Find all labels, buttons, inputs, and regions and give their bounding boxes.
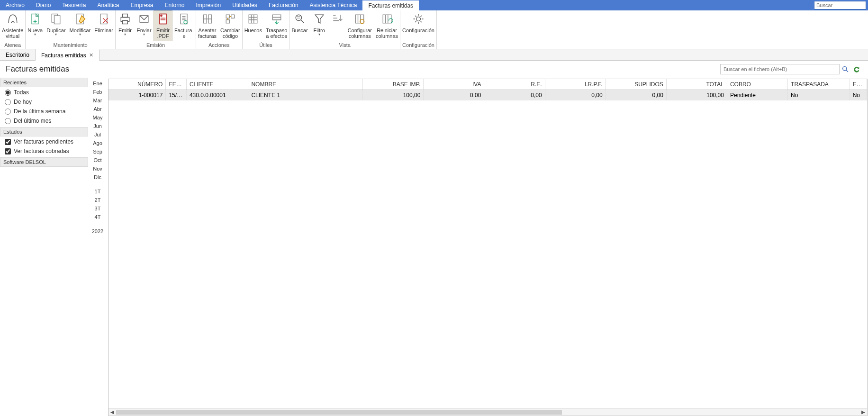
ribbon-confcol-button[interactable]: Configurar columnas	[346, 10, 374, 41]
estados-label-1: Ver facturas cobradas	[14, 148, 69, 154]
tab-label: Escritorio	[6, 52, 29, 58]
ribbon-asistente-button[interactable]: Asistente virtual	[0, 10, 25, 41]
ribbon-reincol-button[interactable]: Reiniciar columnas	[374, 10, 400, 41]
menu-diario[interactable]: Diario	[30, 0, 56, 10]
recientes-radio-2[interactable]	[5, 109, 11, 115]
month-filter-1t[interactable]: 1T	[95, 189, 101, 194]
month-filter-3t[interactable]: 3T	[95, 206, 101, 211]
month-filter-ene[interactable]: Ene	[93, 81, 102, 86]
ribbon-confcol-label: Configurar columnas	[348, 27, 372, 39]
menu-facturas-emitidas[interactable]: Facturas emitidas	[362, 0, 419, 10]
ribbon-group-configuración: Configuración	[400, 41, 436, 49]
file-search-input[interactable]	[720, 64, 840, 74]
month-filter-may[interactable]: May	[93, 115, 103, 120]
col-header-base[interactable]: BASE IMP.	[363, 79, 424, 90]
recientes-radio-1[interactable]	[5, 99, 11, 105]
grid-horizontal-scrollbar[interactable]: ◀ ▶	[108, 408, 867, 416]
scroll-left-arrow-icon[interactable]: ◀	[108, 409, 116, 415]
recientes-option-1[interactable]: De hoy	[5, 99, 88, 105]
ribbon-traspaso-button[interactable]: Traspaso a efectos	[264, 10, 289, 41]
ribbon-nueva-button[interactable]: Nueva▾	[26, 10, 45, 41]
estados-check-0[interactable]: Ver facturas pendientes	[5, 138, 88, 145]
ribbon-eliminar-button[interactable]: Eliminar	[92, 10, 115, 41]
col-header-nombre[interactable]: NOMBRE	[248, 79, 363, 90]
month-filter-jul[interactable]: Jul	[94, 132, 101, 137]
col-header-iva[interactable]: IVA	[424, 79, 484, 90]
scroll-thumb[interactable]	[116, 410, 562, 415]
menu-impresión[interactable]: Impresión	[190, 0, 226, 10]
ribbon-modificar-button[interactable]: Modificar▾	[68, 10, 93, 41]
month-filter-ago[interactable]: Ago	[93, 140, 102, 146]
page-title: Facturas emitidas	[6, 64, 720, 74]
month-filter-4t[interactable]: 4T	[95, 214, 101, 220]
month-filter-sep[interactable]: Sep	[93, 149, 102, 154]
month-filter-dic[interactable]: Dic	[94, 174, 101, 180]
ribbon-duplicar-button[interactable]: Duplicar▾	[45, 10, 67, 41]
duplicar-icon	[49, 12, 63, 27]
menu-facturación[interactable]: Facturación	[263, 0, 304, 10]
file-search-button[interactable]	[840, 63, 851, 75]
estados-check-1[interactable]: Ver facturas cobradas	[5, 148, 88, 154]
ribbon-facturae-button[interactable]: Factura- e	[172, 10, 196, 41]
ribbon-filtro-button[interactable]: Filtro▾	[310, 10, 329, 41]
month-filter-oct[interactable]: Oct	[93, 157, 101, 163]
col-header-numero[interactable]: NÚMERO	[108, 79, 166, 90]
menu-empresa[interactable]: Empresa	[125, 0, 159, 10]
ribbon-group-vista: Vista	[289, 41, 400, 49]
menu-utilidades[interactable]: Utilidades	[226, 0, 263, 10]
month-filter-2t[interactable]: 2T	[95, 197, 101, 203]
month-filter-abr[interactable]: Abr	[93, 106, 101, 112]
modificar-icon	[73, 12, 87, 27]
month-filter-jun[interactable]: Jun	[93, 123, 102, 129]
recientes-radio-0[interactable]	[5, 90, 11, 96]
ribbon-group-atenea: Atenea	[0, 41, 25, 49]
month-filter-2022[interactable]: 2022	[92, 228, 103, 234]
col-header-fecha[interactable]: FEC...	[166, 79, 187, 90]
ribbon-emitirpdf-button[interactable]: Emitir .PDF	[154, 10, 172, 41]
menu-tesorería[interactable]: Tesorería	[56, 0, 91, 10]
estados-checkbox-0[interactable]	[5, 139, 11, 145]
tab-facturas-emitidas[interactable]: Facturas emitidas✕	[36, 49, 99, 61]
ribbon-buscar-button[interactable]: Buscar	[289, 10, 309, 41]
col-header-re[interactable]: R.E.	[484, 79, 545, 90]
close-icon[interactable]: ✕	[89, 52, 93, 58]
svg-rect-2	[54, 16, 60, 24]
traspaso-icon	[270, 12, 283, 27]
ribbon-asentar-button[interactable]: Asentar facturas	[196, 10, 218, 41]
menu-asistencia-técnica[interactable]: Asistencia Técnica	[304, 0, 363, 10]
month-filter-feb[interactable]: Feb	[93, 89, 102, 95]
ribbon-cambiarcodigo-button[interactable]: Cambiar código	[218, 10, 242, 41]
refresh-button[interactable]	[851, 63, 862, 75]
col-header-total[interactable]: TOTAL	[666, 79, 727, 90]
menu-entorno[interactable]: Entorno	[159, 0, 190, 10]
recientes-radio-3[interactable]	[5, 118, 11, 124]
ribbon-config-button[interactable]: Configuración	[400, 10, 436, 41]
recientes-option-2[interactable]: De la última semana	[5, 108, 88, 115]
global-search-input[interactable]	[814, 1, 866, 9]
col-header-irpf[interactable]: I.R.P.F.	[545, 79, 606, 90]
col-header-traspasada[interactable]: TRASPASADA	[788, 79, 850, 90]
ribbon-huecos-button[interactable]: Huecos	[243, 10, 264, 41]
menu-analítica[interactable]: Analítica	[91, 0, 125, 10]
ribbon-sort-button[interactable]	[329, 10, 346, 41]
filters-estados-head: Estados	[0, 127, 88, 136]
col-header-cobro[interactable]: COBRO	[727, 79, 787, 90]
table-row[interactable]: 1-00001715/0...430.0.0.00001CLIENTE 1100…	[108, 90, 867, 101]
cell-nombre: CLIENTE 1	[248, 90, 363, 101]
recientes-option-3[interactable]: Del último mes	[5, 118, 88, 124]
col-header-enviada[interactable]: ENVIA	[850, 79, 867, 90]
estados-checkbox-1[interactable]	[5, 148, 11, 154]
menu-archivo[interactable]: Archivo	[0, 0, 30, 10]
col-header-cliente[interactable]: CLIENTE	[186, 79, 248, 90]
cell-iva: 0,00	[424, 90, 484, 101]
month-filter-mar[interactable]: Mar	[93, 98, 102, 103]
cell-traspasada: No	[788, 90, 850, 101]
ribbon-enviar-button[interactable]: Enviar▾	[135, 10, 154, 41]
svg-rect-16	[226, 20, 229, 23]
col-header-suplidos[interactable]: SUPLIDOS	[606, 79, 666, 90]
tab-escritorio[interactable]: Escritorio	[0, 49, 36, 60]
scroll-right-arrow-icon[interactable]: ▶	[859, 409, 867, 415]
month-filter-nov[interactable]: Nov	[93, 166, 102, 172]
ribbon-emitir-button[interactable]: Emitir▾	[116, 10, 135, 41]
recientes-option-0[interactable]: Todas	[5, 89, 88, 96]
